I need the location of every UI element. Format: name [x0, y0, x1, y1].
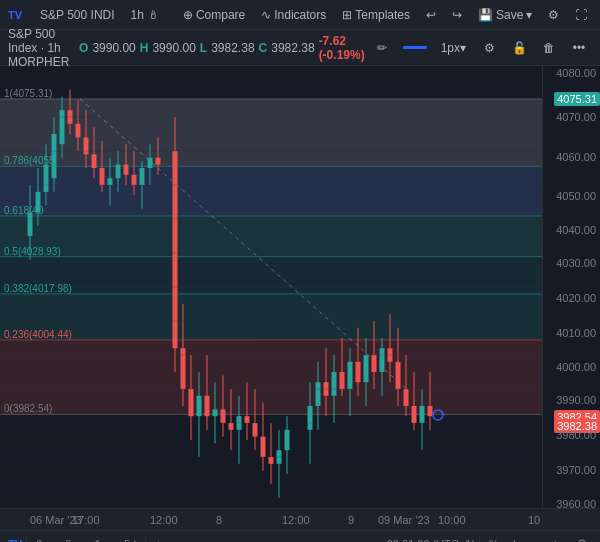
y-axis-label: 3980.00 [556, 429, 596, 441]
y-axis-label: 4060.00 [556, 151, 596, 163]
save-button[interactable]: 💾 Save ▾ [472, 6, 538, 24]
y-axis-label: 3990.00 [556, 394, 596, 406]
y-axis-label: 4020.00 [556, 292, 596, 304]
log-button[interactable]: log [508, 537, 533, 543]
fullscreen-button[interactable]: ⛶ [569, 6, 593, 24]
y-axis-label: 4040.00 [556, 224, 596, 236]
time-label: 10 [528, 514, 540, 526]
open-value: 3990.00 [92, 41, 135, 55]
compare-button[interactable]: ⊕ Compare [177, 6, 251, 24]
tradingview-logo: TV [8, 9, 22, 21]
timeframe-1m[interactable]: 1m [90, 537, 115, 543]
open-label: O [79, 41, 88, 55]
chart-name: S&P 500 Index · 1h MORPHER [8, 27, 75, 69]
settings-drawing-button[interactable]: ⚙ [476, 35, 502, 61]
save-label: Save [496, 8, 523, 22]
timeframe-5d[interactable]: 5d [119, 537, 141, 543]
drawing-toolbar: S&P 500 Index · 1h MORPHER O 3990.00 H 3… [0, 30, 600, 66]
close-value: 3982.38 [271, 41, 314, 55]
low-value: 3982.38 [211, 41, 254, 55]
status-bar: TV 6m 3m 1m 5d + 09:31:29 (UTC+1) % log … [0, 530, 600, 542]
time-label: 09 Mar '23 [378, 514, 430, 526]
y-axis-label: 4050.00 [556, 190, 596, 202]
status-sep1 [145, 537, 146, 543]
timeframe-3m[interactable]: 3m [60, 537, 85, 543]
line-width-selector[interactable]: 1px ▾ [435, 39, 472, 57]
templates-icon: ⊞ [342, 8, 352, 22]
y-axis-label: 3970.00 [556, 464, 596, 476]
y-axis-label: 4010.00 [556, 327, 596, 339]
price-chart[interactable] [0, 66, 542, 508]
y-axis-label: 4000.00 [556, 361, 596, 373]
time-label: 9 [348, 514, 354, 526]
status-sep0 [26, 537, 27, 543]
indicators-label: Indicators [274, 8, 326, 22]
candletype-icon: 🕯 [147, 8, 159, 22]
line-color-button[interactable] [399, 44, 431, 51]
high-label: H [140, 41, 149, 55]
redo-button[interactable]: ↪ [446, 6, 468, 24]
timeframe-selector[interactable]: 1h 🕯 [125, 6, 165, 24]
line-color-preview [403, 46, 427, 49]
symbol-selector[interactable]: S&P 500 INDI [34, 6, 120, 24]
indicators-button[interactable]: ∿ Indicators [255, 6, 332, 24]
chart-settings-button[interactable]: ⚙ [572, 536, 592, 542]
y-axis-label: 4080.00 [556, 67, 596, 79]
percent-button[interactable]: % [484, 537, 504, 543]
status-tv-logo: TV [8, 538, 22, 543]
fullscreen-icon: ⛶ [575, 8, 587, 22]
y-axis-label: 4070.00 [556, 111, 596, 123]
time-label: 17:00 [72, 514, 100, 526]
save-chevron: ▾ [526, 8, 532, 22]
more-button[interactable]: ••• [566, 35, 592, 61]
settings-button[interactable]: ⚙ [542, 6, 565, 24]
templates-button[interactable]: ⊞ Templates [336, 6, 416, 24]
time-axis: 06 Mar '2317:0012:00812:00909 Mar '2310:… [0, 508, 600, 530]
y-axis-label: 4075.31 [554, 92, 600, 106]
lock-button[interactable]: 🔓 [506, 35, 532, 61]
chevron-down-icon: ▾ [460, 41, 466, 55]
high-value: 3990.00 [152, 41, 195, 55]
undo-button[interactable]: ↩ [420, 6, 442, 24]
status-right: 09:31:29 (UTC+1) % log auto ⚙ [387, 536, 592, 542]
top-toolbar: TV S&P 500 INDI 1h 🕯 ⊕ Compare ∿ Indicat… [0, 0, 600, 30]
y-axis: 4080.004075.314070.004060.004050.004040.… [542, 66, 600, 508]
plus-icon: ⊕ [183, 8, 193, 22]
gear-icon: ⚙ [548, 8, 559, 22]
time-label: 12:00 [282, 514, 310, 526]
symbol-label: S&P 500 INDI [40, 8, 114, 22]
auto-button[interactable]: auto [537, 537, 568, 543]
date-compare-button[interactable]: + [150, 537, 166, 543]
redo-icon: ↪ [452, 8, 462, 22]
delete-button[interactable]: 🗑 [536, 35, 562, 61]
chart-container: 4080.004075.314070.004060.004050.004040.… [0, 66, 600, 508]
status-sep2 [479, 537, 480, 543]
toolbar-right: 💾 Save ▾ ⚙ ⛶ [472, 6, 593, 24]
save-icon: 💾 [478, 8, 493, 22]
undo-icon: ↩ [426, 8, 436, 22]
change-value: -7.62 (-0.19%) [319, 34, 365, 62]
close-label: C [259, 41, 268, 55]
time-label: 10:00 [438, 514, 466, 526]
pencil-button[interactable]: ✏ [369, 35, 395, 61]
datetime-label: 09:31:29 (UTC+1) [387, 538, 475, 543]
low-label: L [200, 41, 207, 55]
indicators-icon: ∿ [261, 8, 271, 22]
timeframe-label: 1h [131, 8, 144, 22]
time-label: 8 [216, 514, 222, 526]
time-label: 12:00 [150, 514, 178, 526]
timeframe-6m[interactable]: 6m [31, 537, 56, 543]
y-axis-label: 4030.00 [556, 257, 596, 269]
templates-label: Templates [355, 8, 410, 22]
compare-label: Compare [196, 8, 245, 22]
